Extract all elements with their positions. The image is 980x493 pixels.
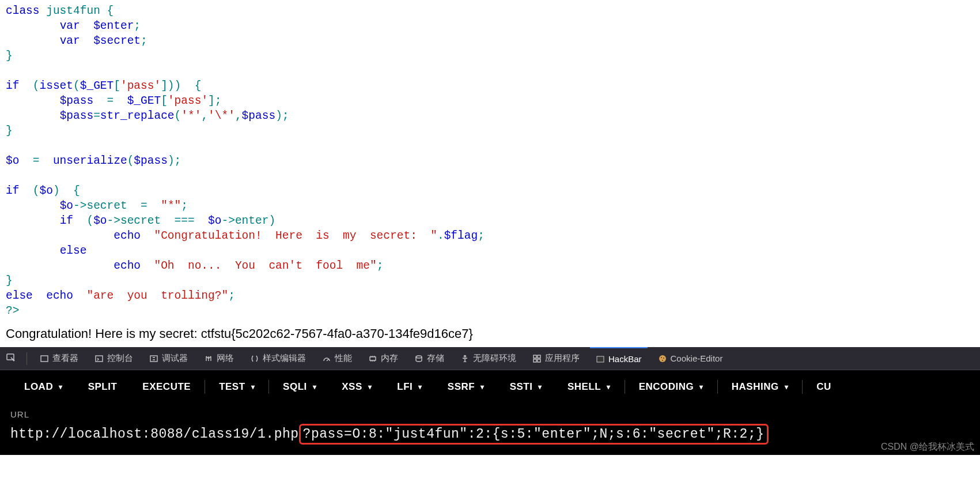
xss-dropdown[interactable]: XSS xyxy=(329,381,384,393)
svg-point-12 xyxy=(659,355,666,362)
php-source-code: class just4fun { var $enter; var $secret… xyxy=(0,0,980,324)
grid-icon xyxy=(532,354,542,363)
encoding-dropdown[interactable]: ENCODING xyxy=(626,381,716,393)
accessibility-icon xyxy=(460,354,470,363)
separator xyxy=(27,352,27,365)
devtools-panel: 查看器 控制台 调试器 网络 样式编辑器 性能 内存 存储 xyxy=(0,347,980,455)
tab-label: 网络 xyxy=(217,353,234,364)
tab-inspector[interactable]: 查看器 xyxy=(34,347,84,370)
tab-label: 存储 xyxy=(427,353,444,364)
lfi-dropdown[interactable]: LFI xyxy=(384,381,435,393)
separator xyxy=(717,380,718,394)
hackbar-icon xyxy=(596,355,605,364)
svg-rect-9 xyxy=(533,359,536,362)
tab-memory[interactable]: 内存 xyxy=(362,347,404,370)
svg-rect-8 xyxy=(538,355,540,358)
svg-rect-4 xyxy=(370,357,376,360)
hashing-dropdown[interactable]: HASHING xyxy=(719,381,801,393)
load-button[interactable]: LOAD xyxy=(12,381,75,393)
tab-storage[interactable]: 存储 xyxy=(408,347,450,370)
svg-rect-10 xyxy=(538,359,540,362)
tab-label: 无障碍环境 xyxy=(473,353,516,364)
devtools-tabbar: 查看器 控制台 调试器 网络 样式编辑器 性能 内存 存储 xyxy=(0,347,980,370)
execute-button[interactable]: EXECUTE xyxy=(130,381,203,393)
svg-point-13 xyxy=(661,357,662,358)
test-dropdown[interactable]: TEST xyxy=(206,381,267,393)
ssrf-dropdown[interactable]: SSRF xyxy=(435,381,497,393)
gauge-icon xyxy=(322,354,331,363)
memory-icon xyxy=(368,354,377,363)
separator xyxy=(205,380,205,394)
tab-label: 查看器 xyxy=(52,353,78,364)
url-input[interactable]: http://localhost:8088/class19/1.php?pass… xyxy=(10,424,970,445)
tab-application[interactable]: 应用程序 xyxy=(527,347,585,370)
url-section: URL http://localhost:8088/class19/1.php?… xyxy=(0,404,980,455)
storage-icon xyxy=(414,354,423,363)
split-button[interactable]: SPLIT xyxy=(75,381,130,393)
tab-hackbar[interactable]: HackBar xyxy=(590,347,648,370)
svg-point-15 xyxy=(662,360,663,361)
svg-point-6 xyxy=(464,355,466,357)
tab-style-editor[interactable]: 样式编辑器 xyxy=(244,347,312,370)
hackbar-panel: LOAD SPLIT EXECUTE TEST SQLI XSS LFI SSR… xyxy=(0,370,980,455)
svg-point-14 xyxy=(663,357,664,359)
debugger-icon xyxy=(149,354,158,363)
svg-rect-3 xyxy=(150,356,157,362)
tab-label: 样式编辑器 xyxy=(263,353,306,364)
svg-rect-1 xyxy=(41,356,48,362)
sqli-dropdown[interactable]: SQLI xyxy=(270,381,329,393)
separator xyxy=(625,380,625,394)
network-icon xyxy=(204,354,213,363)
tab-performance[interactable]: 性能 xyxy=(316,347,358,370)
url-query-highlight: ?pass=O:8:"just4fun":2:{s:5:"enter";N;s:… xyxy=(299,424,769,445)
tab-accessibility[interactable]: 无障碍环境 xyxy=(455,347,522,370)
watermark: CSDN @给我杯冰美式 xyxy=(881,441,974,453)
separator xyxy=(268,380,269,394)
tab-console[interactable]: 控制台 xyxy=(89,347,139,370)
tab-label: HackBar xyxy=(608,354,642,364)
separator xyxy=(802,380,803,394)
svg-point-5 xyxy=(416,356,422,358)
tab-label: 性能 xyxy=(335,353,352,364)
tab-label: Cookie-Editor xyxy=(671,353,723,363)
tab-label: 内存 xyxy=(381,353,398,364)
svg-rect-7 xyxy=(533,355,536,358)
tab-label: 应用程序 xyxy=(545,353,580,364)
style-icon xyxy=(250,354,259,363)
output-result: Congratulation! Here is my secret: ctfst… xyxy=(0,324,980,347)
url-label: URL xyxy=(10,409,970,419)
tab-label: 控制台 xyxy=(107,353,133,364)
svg-rect-2 xyxy=(96,356,103,362)
box-icon xyxy=(40,354,49,363)
tab-label: 调试器 xyxy=(162,353,188,364)
shell-dropdown[interactable]: SHELL xyxy=(555,381,623,393)
url-prefix: http://localhost:8088/class19/1.php xyxy=(10,427,299,442)
tab-network[interactable]: 网络 xyxy=(198,347,240,370)
console-icon xyxy=(94,354,104,363)
element-picker-icon[interactable] xyxy=(6,352,16,364)
svg-rect-11 xyxy=(597,356,604,362)
hackbar-toolbar: LOAD SPLIT EXECUTE TEST SQLI XSS LFI SSR… xyxy=(0,370,980,404)
tab-debugger[interactable]: 调试器 xyxy=(143,347,194,370)
cu-button[interactable]: CU xyxy=(804,381,844,393)
tab-cookie-editor[interactable]: Cookie-Editor xyxy=(652,347,729,370)
ssti-dropdown[interactable]: SSTI xyxy=(497,381,555,393)
cookie-icon xyxy=(658,354,667,363)
